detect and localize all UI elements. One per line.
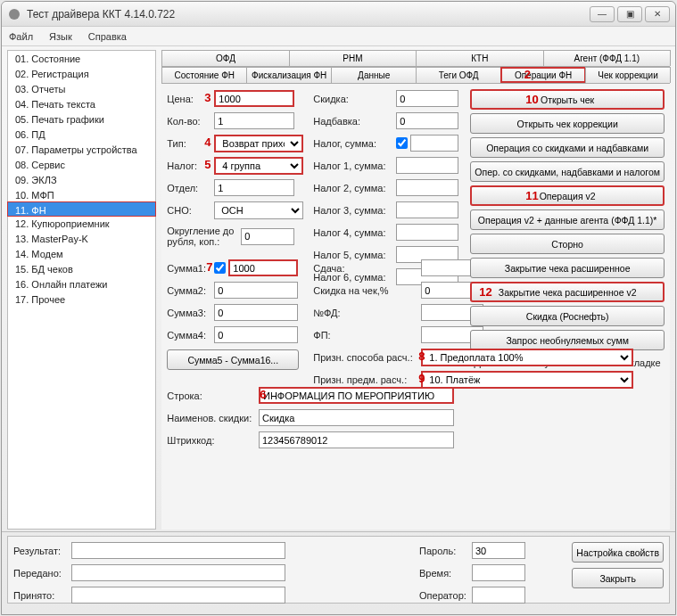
- callout-8: 8: [418, 349, 425, 363]
- sums-more-button[interactable]: Сумма5 - Сумма16...: [167, 349, 299, 370]
- dept-label: Отдел:: [167, 183, 211, 193]
- s1-input[interactable]: [228, 259, 298, 276]
- props-button[interactable]: Настройка свойств: [572, 542, 664, 563]
- op-v2-agent-button[interactable]: Операция v2 + данные агента (ФФД 1.1)*: [470, 209, 665, 230]
- recv-input: [71, 587, 285, 604]
- pwd-label: Пароль:: [419, 546, 469, 556]
- sidebar-item-14[interactable]: 15. БД чеков: [8, 261, 155, 276]
- tab-row2-5[interactable]: Чек коррекции: [585, 67, 671, 83]
- t3-input[interactable]: [396, 201, 458, 218]
- sidebar-item-12[interactable]: 13. MasterPay-K: [8, 231, 155, 246]
- minimize-button[interactable]: —: [590, 6, 615, 22]
- round-input[interactable]: [241, 228, 294, 245]
- sidebar-item-4[interactable]: 05. Печать графики: [8, 111, 155, 127]
- tabs-row-2: Состояние ФНФискализация ФНДанныеТеги ОФ…: [161, 67, 670, 84]
- t2-input[interactable]: [396, 179, 458, 196]
- sidebar-item-2[interactable]: 03. Отчеты: [8, 81, 155, 96]
- surc-input[interactable]: [396, 112, 458, 129]
- sidebar-item-10[interactable]: 11. ФН: [7, 201, 156, 217]
- close-check-ext-v2-button[interactable]: Закрытие чека расширенное v2: [470, 282, 665, 302]
- open-correction-button[interactable]: Открыть чек коррекции: [470, 113, 665, 134]
- s1-check[interactable]: [214, 262, 226, 274]
- maximize-button[interactable]: ▣: [617, 6, 642, 22]
- menu-file[interactable]: Файл: [9, 31, 33, 42]
- stroka-input[interactable]: [259, 387, 454, 404]
- taxsum-input[interactable]: [410, 135, 458, 152]
- tab-row1-0[interactable]: ОФД: [161, 50, 289, 66]
- sno-select[interactable]: ОСН: [214, 201, 303, 219]
- ppr-label: Призн. предм. расч.:: [313, 374, 418, 385]
- qty-input[interactable]: [214, 112, 294, 129]
- dept-input[interactable]: [214, 179, 294, 196]
- s3-input[interactable]: [214, 304, 298, 321]
- sidebar-item-11[interactable]: 12. Купюроприемник: [8, 216, 155, 231]
- result-input: [71, 542, 285, 559]
- tab-row1-3[interactable]: Агент (ФФД 1.1): [543, 50, 671, 66]
- t2-label: Налог 2, сумма:: [313, 183, 393, 193]
- tab-row2-0[interactable]: Состояние ФН: [161, 67, 247, 83]
- taxsum-check[interactable]: [396, 137, 408, 149]
- psr-select[interactable]: 1. Предоплата 100%: [421, 349, 633, 366]
- disc-input[interactable]: [396, 90, 458, 107]
- sidebar-item-9[interactable]: 10. МФП: [8, 187, 155, 202]
- barcode-input[interactable]: [259, 431, 454, 448]
- close-button[interactable]: ✕: [645, 6, 670, 22]
- sidebar-item-3[interactable]: 04. Печать текста: [8, 96, 155, 111]
- callout-10: 10: [525, 93, 538, 106]
- op-discounts-button[interactable]: Операция со скидками и надбавками: [470, 137, 665, 158]
- menu-help[interactable]: Справка: [88, 31, 127, 42]
- callout-12: 12: [479, 285, 491, 299]
- rosneft-discount-button[interactable]: Скидка (Роснефть): [470, 306, 665, 326]
- type-select[interactable]: Возврат приход: [214, 135, 303, 152]
- psr-label: Призн. способа расч.:: [313, 352, 418, 363]
- tab-row2-4[interactable]: Операции ФН: [500, 67, 586, 83]
- time-input: [472, 564, 525, 581]
- tab-row2-2[interactable]: Данные: [331, 67, 417, 83]
- sidebar-item-16[interactable]: 17. Прочее: [8, 292, 155, 307]
- price-input[interactable]: [214, 90, 294, 107]
- tab-row1-2[interactable]: КТН: [416, 50, 543, 66]
- naimen-label: Наименов. скидки:: [167, 413, 256, 423]
- close-check-ext-button[interactable]: Закрытие чека расширенное: [470, 258, 665, 278]
- tab-row1-1[interactable]: РНМ: [289, 50, 417, 66]
- sidebar-item-8[interactable]: 09. ЭКЛЗ: [8, 172, 155, 187]
- col-sums: Сумма1: 7 Сумма2: Сумма3: Сумма4: Сумма5…: [167, 259, 308, 389]
- close-app-button[interactable]: Закрыть: [572, 568, 664, 588]
- oper-input[interactable]: [472, 587, 525, 604]
- taxgroup-select[interactable]: 4 группа: [214, 157, 303, 175]
- sidebar-item-0[interactable]: 01. Состояние: [8, 51, 155, 66]
- nfd-label: №ФД:: [313, 308, 418, 318]
- barcode-label: Штрихкод:: [167, 435, 256, 446]
- t3-label: Налог 3, сумма:: [313, 205, 393, 216]
- open-check-button[interactable]: Открыть чек: [470, 89, 665, 110]
- sidebar-item-1[interactable]: 02. Регистрация: [8, 66, 155, 81]
- tab-row2-3[interactable]: Теги ОФД: [416, 67, 501, 83]
- naimen-input[interactable]: [259, 409, 454, 426]
- tab-row2-1[interactable]: Фискализация ФН: [246, 67, 332, 83]
- menu-lang[interactable]: Язык: [49, 31, 72, 42]
- t1-input[interactable]: [396, 157, 458, 174]
- time-label: Время:: [419, 568, 469, 579]
- sidebar-item-6[interactable]: 07. Параметры устройства: [8, 142, 155, 157]
- s2-label: Сумма2:: [167, 285, 211, 296]
- round-label-2: рубля, коп.:: [167, 236, 238, 247]
- sidebar-item-7[interactable]: 08. Сервис: [8, 157, 155, 172]
- ppr-select[interactable]: 10. Платёж: [421, 371, 633, 389]
- sent-input: [71, 564, 285, 581]
- sidebar-item-15[interactable]: 16. Онлайн платежи: [8, 276, 155, 292]
- pwd-input[interactable]: [472, 542, 525, 559]
- sidebar-item-5[interactable]: 06. ПД: [8, 127, 155, 142]
- taxsum-label: Налог, сумма:: [313, 138, 393, 149]
- sidebar-item-13[interactable]: 14. Модем: [8, 246, 155, 261]
- s2-input[interactable]: [214, 282, 298, 299]
- window-title: Тест драйвера ККТ 4.14.0.722: [27, 8, 590, 21]
- t4-label: Налог 4, сумма:: [313, 227, 393, 238]
- s4-input[interactable]: [214, 326, 298, 343]
- t1-label: Налог 1, сумма:: [313, 160, 393, 171]
- t4-input[interactable]: [396, 224, 458, 241]
- op-v2-button[interactable]: Операция v2: [470, 185, 665, 206]
- storno-button[interactable]: Сторно: [470, 234, 665, 254]
- op-disc-tax-button[interactable]: Опер. со скидками, надбавками и налогом: [470, 161, 665, 182]
- app-window: Тест драйвера ККТ 4.14.0.722 — ▣ ✕ Файл …: [1, 1, 676, 615]
- result-label: Результат:: [13, 546, 69, 556]
